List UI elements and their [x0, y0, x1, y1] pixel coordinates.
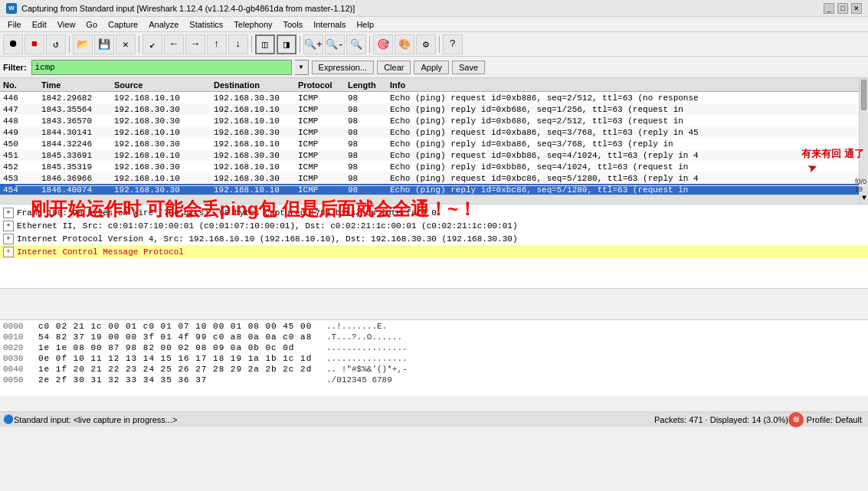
menu-go[interactable]: Go [81, 18, 102, 31]
cell-proto: ICMP [295, 93, 345, 103]
window-controls: _ □ ✕ [824, 3, 862, 14]
hex-bytes[interactable]: 54 82 37 19 00 00 3f 01 4f 99 c0 a8 0a 0… [38, 332, 314, 343]
cell-dst: 192.168.30.30 [211, 128, 295, 137]
header-protocol[interactable]: Protocol [295, 80, 345, 90]
menu-capture[interactable]: Capture [103, 18, 142, 31]
table-row[interactable]: 448 1843.36570 192.168.30.30 192.168.10.… [0, 115, 868, 126]
expand-icon[interactable]: + [3, 234, 14, 244]
toolbar-close[interactable]: ✕ [116, 34, 136, 54]
header-source[interactable]: Source [111, 80, 211, 90]
expand-icon[interactable]: + [3, 221, 14, 231]
table-row[interactable]: 452 1845.35319 192.168.30.30 192.168.10.… [0, 161, 868, 172]
toolbar-forward[interactable]: → [185, 34, 205, 54]
toolbar-restart[interactable]: ↺ [46, 34, 66, 54]
clear-button[interactable]: Clear [377, 61, 411, 74]
minimize-button[interactable]: _ [824, 3, 834, 14]
menu-help[interactable]: Help [352, 18, 378, 31]
menu-internals[interactable]: Internals [309, 18, 350, 31]
header-info[interactable]: Info [387, 80, 859, 90]
cell-dst: 192.168.30.30 [211, 93, 295, 103]
cell-src: 192.168.10.10 [111, 128, 211, 137]
menu-view[interactable]: View [53, 18, 80, 31]
cell-src: 192.168.10.10 [111, 93, 211, 103]
toolbar-sep5 [369, 36, 370, 53]
header-no[interactable]: No. [0, 80, 38, 90]
toolbar-down[interactable]: ↓ [228, 34, 248, 54]
filter-dropdown[interactable]: ▼ [295, 60, 309, 75]
expression-button[interactable]: Expression... [312, 61, 375, 74]
filter-input[interactable] [31, 60, 292, 75]
toolbar-reload[interactable]: ↙ [142, 34, 162, 54]
scrollbar-thumb[interactable] [861, 80, 866, 110]
cell-len: 98 [345, 105, 387, 114]
toolbar-capture-filter[interactable]: 🎯 [373, 34, 393, 54]
toolbar-zoomin[interactable]: 🔍+ [303, 34, 323, 54]
toolbar-stop[interactable]: ■ [25, 34, 44, 54]
hex-bytes[interactable]: 2e 2f 30 31 32 33 34 35 36 37 [38, 375, 314, 386]
status-bar: 🔵 Standard input: <live capture in progr… [0, 411, 868, 427]
toolbar-open[interactable]: 📂 [73, 34, 93, 54]
hex-bytes[interactable]: 0e 0f 10 11 12 13 14 15 16 17 18 19 1a 1… [38, 354, 314, 365]
profile-logo-icon: 创 [788, 412, 804, 427]
maximize-button[interactable]: □ [837, 3, 848, 14]
filter-bar: Filter: ▼ Expression... Clear Apply Save [0, 57, 868, 78]
detail-row[interactable]: + Internet Protocol Version 4, Src: 192.… [0, 232, 868, 245]
menu-edit[interactable]: Edit [28, 18, 51, 31]
table-row[interactable]: 449 1844.30141 192.168.10.10 192.168.30.… [0, 126, 868, 138]
expand-icon[interactable]: + [3, 247, 14, 257]
toolbar-jump[interactable]: ↑ [207, 34, 227, 54]
toolbar-color-filter[interactable]: 🎨 [395, 34, 414, 54]
cell-proto: ICMP [295, 116, 345, 126]
table-row[interactable]: 450 1844.32246 192.168.30.30 192.168.10.… [0, 138, 868, 149]
cell-src: 192.168.30.30 [111, 105, 211, 114]
cell-time: 1844.32246 [38, 139, 111, 149]
detail-row[interactable]: + Internet Control Message Protocol [0, 245, 868, 258]
table-row[interactable]: 453 1846.36966 192.168.10.10 192.168.30.… [0, 172, 868, 184]
header-time[interactable]: Time [38, 80, 111, 90]
table-row[interactable]: 446 1842.29682 192.168.10.10 192.168.30.… [0, 92, 868, 103]
toolbar-filter[interactable]: ◫ [255, 34, 275, 54]
cell-dst: 192.168.30.30 [211, 151, 295, 160]
expand-icon[interactable]: + [3, 208, 14, 218]
save-button[interactable]: Save [452, 61, 485, 74]
cell-no: 450 [0, 139, 38, 149]
cell-dst: 192.168.10.10 [211, 162, 295, 172]
menu-analyze[interactable]: Analyze [144, 18, 183, 31]
toolbar-prefs[interactable]: ⚙ [416, 34, 436, 54]
cell-len: 98 [345, 116, 387, 126]
hex-bytes[interactable]: c0 02 21 1c 00 01 c0 01 07 10 00 01 08 0… [38, 322, 314, 332]
title-bar: W Capturing from Standard input [Wiresha… [0, 0, 868, 17]
toolbar: ⏺ ■ ↺ 📂 💾 ✕ ↙ ← → ↑ ↓ ◫ ◨ 🔍+ 🔍- 🔍 🎯 🎨 ⚙ … [0, 32, 868, 57]
close-button[interactable]: ✕ [851, 3, 862, 14]
cell-info: Echo (ping) request id=0xbb86, seq=4/102… [387, 151, 868, 160]
apply-button[interactable]: Apply [414, 61, 449, 74]
table-row[interactable]: 451 1845.33691 192.168.10.10 192.168.30.… [0, 149, 868, 161]
toolbar-help[interactable]: ? [443, 34, 463, 54]
hex-bytes[interactable]: 1e 1e 08 00 87 98 82 00 02 08 09 0a 0b 0… [38, 343, 314, 354]
app-icon: W [6, 3, 17, 14]
toolbar-zoom1[interactable]: 🔍 [346, 34, 366, 54]
toolbar-zoomout[interactable]: 🔍- [325, 34, 345, 54]
toolbar-save[interactable]: 💾 [94, 34, 114, 54]
toolbar-back[interactable]: ← [164, 34, 184, 54]
toolbar-colorize[interactable]: ◨ [277, 34, 296, 54]
hex-ascii: ..!.......E. [326, 322, 387, 332]
toolbar-sep3 [251, 36, 252, 53]
header-destination[interactable]: Destination [211, 80, 295, 90]
menu-statistics[interactable]: Statistics [185, 18, 228, 31]
hex-bytes[interactable]: 1e 1f 20 21 22 23 24 25 26 27 28 29 2a 2… [38, 365, 314, 375]
menu-telephony[interactable]: Telephony [229, 18, 277, 31]
packet-list-header: No. Time Source Destination Protocol Len… [0, 78, 868, 92]
menu-file[interactable]: File [3, 18, 26, 31]
hex-row: 0030 0e 0f 10 11 12 13 14 15 16 17 18 19… [3, 354, 865, 365]
profile-text: Profile: Default [807, 415, 862, 424]
cell-src: 192.168.10.10 [111, 151, 211, 160]
hex-ascii: .T...?..O...... [326, 332, 402, 343]
cell-proto: ICMP [295, 162, 345, 172]
toolbar-start[interactable]: ⏺ [3, 34, 23, 54]
cell-no: 451 [0, 151, 38, 160]
header-length[interactable]: Length [345, 80, 387, 90]
menu-tools[interactable]: Tools [279, 18, 308, 31]
cell-src: 192.168.10.10 [111, 174, 211, 183]
table-row[interactable]: 447 1843.35564 192.168.30.30 192.168.10.… [0, 103, 868, 115]
